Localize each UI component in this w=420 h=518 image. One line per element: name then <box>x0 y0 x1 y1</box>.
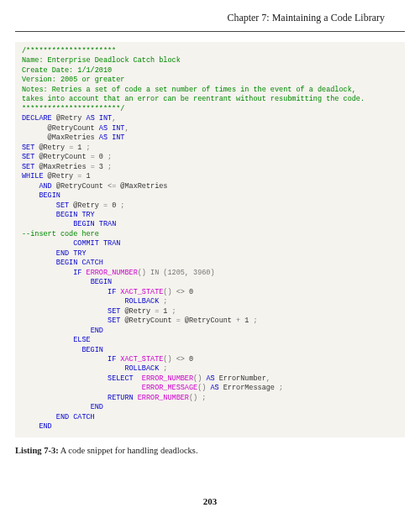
comment-head-5: Notes: Retries a set of code a set numbe… <box>22 86 356 94</box>
indent4-b <box>22 422 39 431</box>
caption-text: A code snippet for handling deadlocks. <box>59 446 198 455</box>
fn-xact-2: XACT_STATE <box>120 355 163 364</box>
in-list: (1205, 3960) <box>163 269 214 277</box>
paren-5: () <box>197 384 206 392</box>
ty-int-3: INT <box>108 133 124 142</box>
fn-errnum-2: ERROR_NUMBER <box>142 374 193 383</box>
kw-begin-1: BEGIN <box>39 191 60 200</box>
kw-set-1: SET <box>22 144 34 152</box>
code-listing: /********************* Name: Enterprise … <box>15 42 405 437</box>
indent12-b <box>22 239 73 248</box>
semi-6: ; <box>172 307 176 316</box>
indent-mr: @MaxRetries <box>22 133 99 142</box>
kw-end-try: END TRY <box>56 249 87 258</box>
kw-begin-try: BEGIN TRY <box>56 211 95 219</box>
kw-while: WHILE <box>22 172 44 181</box>
indent20-b <box>22 307 108 316</box>
ty-int-2: INT <box>108 124 124 133</box>
semi-10: ; <box>197 394 206 402</box>
kw-declare: DECLARE <box>22 114 52 123</box>
comment-head-1: /********************* <box>22 47 116 55</box>
set-mr-3-var: @MaxRetries <box>34 163 90 171</box>
kw-end-catch: END CATCH <box>56 413 95 421</box>
listing-caption: Listing 7-3: A code snippet for handling… <box>15 446 405 455</box>
comment-head-2: Name: Enterprise Deadlock Catch block <box>22 56 181 65</box>
sp2-a <box>134 374 142 383</box>
zero-2: 0 <box>189 355 193 364</box>
fn-xact-1: XACT_STATE <box>120 288 163 296</box>
set-retry-1b-var: @Retry <box>120 307 155 316</box>
comment-head-6: takes into account that an error can be … <box>22 95 365 103</box>
semi-3: ; <box>108 163 112 171</box>
semi-5: ; <box>159 297 167 306</box>
zero-1: 0 <box>189 288 193 296</box>
indent20-d <box>22 355 108 364</box>
indent24-b <box>22 364 124 373</box>
comma-1: , <box>112 114 116 123</box>
indent20-f <box>22 394 108 402</box>
kw-begin-2: BEGIN <box>91 278 113 286</box>
kw-rollback-2: ROLLBACK <box>124 364 159 373</box>
indent4-a <box>22 191 39 200</box>
paren-2: () <box>163 288 171 296</box>
paren-1: () <box>138 269 146 277</box>
comma-3: , <box>266 374 270 383</box>
indent16-c <box>22 403 91 411</box>
kw-set-6: SET <box>108 317 120 325</box>
kw-set-3: SET <box>22 163 34 171</box>
indent16-a <box>22 278 91 286</box>
and-l: @RetryCount <box>52 182 108 191</box>
kw-as-4: AS <box>206 374 214 383</box>
set-rc-expr-r: @RetryCount <box>181 317 236 325</box>
comment-insert: --insert code here <box>22 230 99 238</box>
indent8-c <box>22 249 56 258</box>
kw-if-3: IF <box>108 355 116 364</box>
semi-9: ; <box>279 384 283 392</box>
semi-8: ; <box>159 364 167 373</box>
kw-set-4: SET <box>56 201 69 210</box>
kw-set-2: SET <box>22 153 34 161</box>
set-rc-0-var: @RetryCount <box>34 153 90 161</box>
indent8-d <box>22 259 56 267</box>
comment-head-4: Version: 2005 or greater <box>22 76 124 84</box>
indent8-a <box>22 201 56 210</box>
indent12-a <box>22 220 73 228</box>
comment-head-3: Create Date: 1/1/2010 <box>22 66 112 75</box>
indent12-c <box>22 269 73 277</box>
val-1-d: 1 <box>240 317 253 325</box>
set-retry-0-var: @Retry <box>69 201 103 210</box>
val-1-c: 1 <box>159 307 171 316</box>
indent8-e <box>22 413 56 421</box>
semi-7: ; <box>254 317 258 325</box>
as-errnum: ErrorNumber <box>215 374 266 383</box>
val-3-a: 3 <box>95 163 108 171</box>
while-var: @Retry <box>44 172 78 181</box>
semi-1: ; <box>87 144 91 152</box>
and-indent <box>22 182 39 191</box>
indent16-b <box>22 327 91 335</box>
kw-return: RETURN <box>108 394 134 402</box>
caption-label: Listing 7-3: <box>15 446 59 455</box>
fn-errnum-3: ERROR_NUMBER <box>138 394 189 402</box>
kw-rollback-1: ROLLBACK <box>124 297 159 306</box>
indent12-d <box>22 336 73 344</box>
kw-and: AND <box>39 182 51 191</box>
val-0-a: 0 <box>95 153 108 161</box>
kw-as-3: AS <box>99 133 108 142</box>
indent8-b <box>22 211 56 219</box>
kw-begin-3: BEGIN <box>81 346 103 354</box>
kw-select: SELECT <box>108 374 134 383</box>
and-r: @MaxRetries <box>116 182 167 191</box>
kw-as-2: AS <box>99 124 108 133</box>
indent14-a <box>22 346 81 354</box>
neq-2: <> <box>172 355 189 364</box>
page-number: 203 <box>0 496 420 506</box>
kw-else: ELSE <box>73 336 90 344</box>
kw-end-3: END <box>39 422 51 431</box>
kw-set-5: SET <box>108 307 120 316</box>
semi-4: ; <box>120 201 124 210</box>
paren-6: () <box>189 394 197 402</box>
kw-commit-tran: COMMIT TRAN <box>73 239 120 248</box>
kw-begin-catch: BEGIN CATCH <box>56 259 103 267</box>
indent28-a <box>22 384 142 392</box>
